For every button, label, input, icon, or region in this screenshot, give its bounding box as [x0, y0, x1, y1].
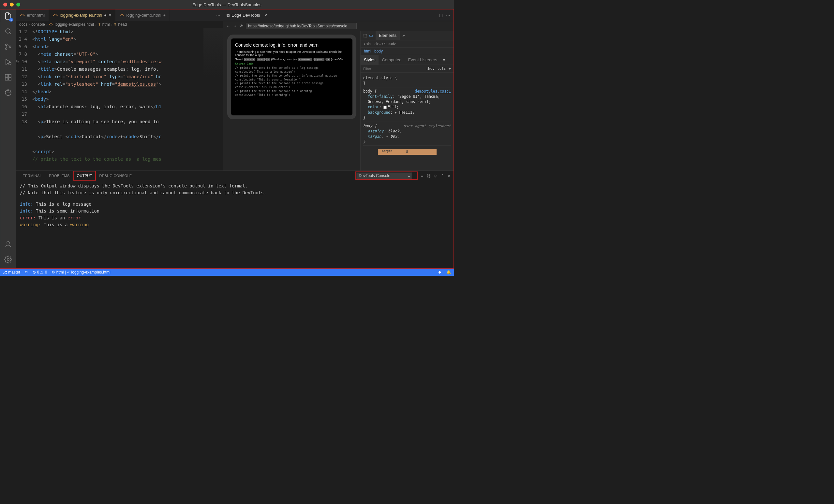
source-control-icon[interactable] — [4, 43, 12, 51]
element-icon: ⬍ — [98, 22, 101, 27]
hov-toggle[interactable]: :hov — [426, 66, 435, 71]
minimap[interactable] — [203, 28, 223, 77]
css-rules-pane[interactable]: element.style { } body {demostyles.css:1… — [360, 73, 454, 171]
list-icon[interactable]: ≡ — [421, 173, 423, 178]
close-panel-icon[interactable]: × — [448, 173, 450, 178]
code-content[interactable]: <!DOCTYPE html> <html lang="en"> <head> … — [32, 28, 223, 171]
title-bar: Edge DevTools — DevToolsSamples — [0, 0, 454, 9]
explorer-icon[interactable]: 1 — [4, 12, 12, 21]
cls-toggle[interactable]: .cls — [437, 66, 446, 71]
styles-filter-input[interactable] — [363, 67, 423, 71]
tab-debug-console[interactable]: DEBUG CONSOLE — [96, 171, 136, 181]
nav-back-icon[interactable]: ← — [226, 23, 230, 28]
inspect-element-icon[interactable]: ⬚ — [363, 33, 367, 38]
devtools-body: Console demos: log, info, error, and war… — [223, 31, 454, 171]
tab-logging-examples[interactable]: <> logging-examples.html ● × — [49, 9, 115, 21]
css-source-link[interactable]: demostyles.css:1 — [415, 89, 451, 94]
more-tabs-icon[interactable]: » — [400, 33, 407, 38]
bottom-panel: TERMINAL PROBLEMS OUTPUT DEBUG CONSOLE D… — [16, 171, 454, 268]
split-editor-icon[interactable]: ▢ — [439, 13, 443, 18]
devtools-tab[interactable]: ⧉ Edge DevTools × — [226, 13, 267, 18]
more-tabs-icon[interactable]: » — [440, 55, 448, 65]
svg-rect-5 — [5, 74, 8, 77]
dom-tree-line[interactable]: ▸<head>…</head> — [360, 40, 454, 48]
sync-icon[interactable]: ⟳ — [25, 270, 28, 275]
code-editor[interactable]: 1 2 3 4 5 6 7 8 9 10 11 12 13 14 15 16 1… — [16, 28, 223, 171]
output-body[interactable]: // This Output window displays the DevTo… — [16, 181, 454, 268]
tab-label: error.html — [27, 13, 45, 18]
breadcrumb-part[interactable]: console — [31, 22, 45, 27]
element-icon: ⬍ — [113, 22, 117, 27]
breadcrumb-part[interactable]: head — [118, 22, 127, 27]
more-actions-icon[interactable]: ⋯ — [446, 13, 450, 18]
html-file-icon: <> — [53, 13, 58, 18]
output-line: info: This is some information — [20, 208, 449, 215]
tab-overflow-icon[interactable]: ⋯ — [214, 9, 223, 21]
notifications-icon[interactable]: 🔔 — [446, 270, 451, 275]
url-input[interactable]: https://microsoftedge.github.io/DevTools… — [246, 23, 357, 29]
output-channel-select-wrap: DevTools Console — [355, 172, 418, 180]
html-file-icon: <> — [119, 13, 124, 18]
breadcrumb-part[interactable]: logging-examples.html — [55, 22, 94, 27]
add-rule-icon[interactable]: + — [448, 66, 451, 71]
close-tab-icon[interactable]: × — [109, 13, 111, 18]
accounts-icon[interactable] — [4, 240, 12, 249]
tab-logging-demo[interactable]: <> logging-demo.html ● — [115, 9, 170, 21]
computed-tab[interactable]: Computed — [378, 55, 404, 65]
elements-tab[interactable]: Elements — [376, 31, 400, 40]
svg-rect-6 — [5, 78, 8, 80]
status-bar: ⎇ master ⟳ ⊘ 0 ⚠ 0 ⚙ html | ✓ logging-ex… — [0, 269, 454, 276]
svg-rect-8 — [8, 74, 11, 77]
editor-panel: <> error.html <> logging-examples.html ●… — [16, 9, 223, 171]
device-preview[interactable]: Console demos: log, info, error, and war… — [227, 35, 356, 119]
tab-problems[interactable]: PROBLEMS — [45, 171, 73, 181]
clear-output-icon[interactable]: ⊘ — [434, 173, 438, 178]
output-line: info: This is a log message — [20, 201, 449, 208]
settings-gear-icon[interactable] — [4, 256, 12, 264]
breadcrumb-part[interactable]: html — [102, 22, 110, 27]
styles-tab[interactable]: Styles — [360, 55, 378, 65]
tab-error-html[interactable]: <> error.html — [16, 9, 49, 21]
maximize-window-button[interactable] — [16, 3, 20, 6]
css-rule[interactable]: element.style { } — [363, 74, 451, 87]
feedback-icon[interactable]: ☻ — [438, 270, 442, 275]
preview-pane: Console demos: log, info, error, and war… — [223, 31, 360, 171]
output-channel-select[interactable]: DevTools Console — [356, 172, 412, 179]
box-model[interactable]: margin 8 — [378, 149, 437, 155]
maximize-panel-icon[interactable]: ⌃ — [441, 173, 444, 178]
svg-point-4 — [8, 62, 11, 65]
event-listeners-tab[interactable]: Event Listeners — [404, 55, 440, 65]
lock-icon[interactable]: ⛓ — [426, 173, 431, 178]
window-controls — [3, 3, 20, 6]
git-branch[interactable]: ⎇ master — [3, 270, 20, 275]
dom-breadcrumb[interactable]: html body — [360, 48, 454, 55]
editor-row: <> error.html <> logging-examples.html ●… — [16, 9, 454, 171]
svg-point-11 — [7, 259, 9, 261]
breadcrumb-part[interactable]: docs — [19, 22, 27, 27]
extensions-icon[interactable] — [4, 73, 12, 82]
tab-output[interactable]: OUTPUT — [73, 171, 96, 181]
language-status[interactable]: ⚙ html | ✓ logging-examples.html — [51, 270, 110, 275]
html-file-icon: <> — [49, 22, 53, 27]
styles-filter-row: :hov .cls + — [360, 65, 454, 73]
tab-label: logging-demo.html — [127, 13, 161, 18]
device-emulation-icon[interactable]: ▭ — [369, 33, 373, 38]
editor-tab-bar: <> error.html <> logging-examples.html ●… — [16, 9, 223, 21]
reload-icon[interactable]: ⟳ — [240, 23, 243, 28]
tab-terminal[interactable]: TERMINAL — [19, 171, 45, 181]
minimize-window-button[interactable] — [10, 3, 14, 6]
svg-point-1 — [5, 44, 7, 46]
css-rule[interactable]: body {user agent stylesheet display: blo… — [363, 122, 451, 146]
panel-actions: ≡ ⛓ ⊘ ⌃ × — [421, 173, 450, 178]
nav-forward-icon[interactable]: → — [233, 23, 237, 28]
css-rule[interactable]: body {demostyles.css:1 font-family: 'Seg… — [363, 87, 451, 122]
edge-devtools-icon[interactable] — [4, 89, 12, 97]
search-icon[interactable] — [4, 27, 12, 36]
run-debug-icon[interactable] — [4, 58, 12, 67]
tab-dirty-icon: ● — [163, 13, 166, 18]
problems-status[interactable]: ⊘ 0 ⚠ 0 — [32, 270, 47, 275]
breadcrumbs[interactable]: docs › console › <> logging-examples.htm… — [16, 21, 223, 28]
close-window-button[interactable] — [3, 3, 7, 6]
explorer-badge: 1 — [9, 18, 13, 22]
close-devtools-icon[interactable]: × — [264, 13, 267, 18]
